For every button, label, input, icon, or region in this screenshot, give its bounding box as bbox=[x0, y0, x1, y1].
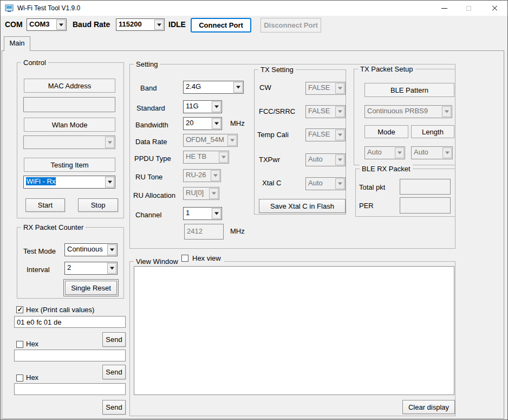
wlan-mode-button[interactable]: Wlan Mode bbox=[24, 118, 115, 132]
cw-select: FALSE bbox=[305, 82, 346, 95]
chevron-down-icon bbox=[442, 147, 452, 158]
bandwidth-value: 20 bbox=[184, 118, 211, 130]
testing-item-value: WiFi - Rx bbox=[26, 177, 56, 185]
mode-select: Auto bbox=[364, 146, 405, 159]
single-reset-button[interactable]: Single Reset bbox=[65, 281, 117, 295]
stop-button[interactable]: Stop bbox=[78, 198, 118, 212]
tx-packet-setup-title: TX Packet Setup bbox=[358, 65, 415, 73]
status-text: IDLE bbox=[168, 20, 186, 29]
hex-view-checkbox[interactable] bbox=[181, 255, 188, 262]
length-value: Auto bbox=[412, 147, 442, 159]
hex-cali-input[interactable] bbox=[14, 316, 126, 328]
ru-allocation-value: RU[0] bbox=[184, 188, 209, 199]
fcc-srrc-select: FALSE bbox=[305, 105, 346, 118]
minimize-button[interactable] bbox=[432, 1, 457, 16]
band-value: 2.4G bbox=[184, 81, 233, 93]
tab-main[interactable]: Main bbox=[4, 36, 30, 51]
bandwidth-unit: MHz bbox=[230, 119, 245, 127]
channel-value: 1 bbox=[184, 208, 211, 219]
chevron-down-icon bbox=[442, 106, 451, 117]
mode-button[interactable]: Mode bbox=[364, 125, 408, 138]
bandwidth-label: Bandwidth bbox=[135, 121, 168, 129]
tab-main-label: Main bbox=[9, 39, 24, 51]
hex-checkbox-2[interactable] bbox=[16, 341, 23, 348]
txpwr-select: Auto bbox=[305, 153, 346, 166]
hex-cali-checkbox[interactable] bbox=[16, 306, 23, 313]
start-button[interactable]: Start bbox=[25, 198, 65, 212]
chevron-down-icon bbox=[154, 20, 164, 30]
view-window-textarea[interactable] bbox=[134, 266, 454, 395]
ppdu-type-value: HE TB bbox=[184, 151, 218, 163]
hex-label-3: Hex bbox=[26, 373, 38, 382]
chevron-down-icon bbox=[105, 177, 114, 188]
send-button-2[interactable]: Send bbox=[102, 365, 126, 379]
total-pkt-label: Total pkt bbox=[359, 183, 385, 191]
test-mode-select[interactable]: Continuous bbox=[64, 243, 118, 256]
band-select[interactable]: 2.4G bbox=[183, 81, 244, 94]
ble-rx-packet-title: BLE RX Packet bbox=[360, 165, 413, 173]
connect-port-button[interactable]: Connect Port bbox=[191, 18, 251, 33]
frequency-unit: MHz bbox=[230, 227, 245, 235]
chevron-down-icon bbox=[219, 152, 228, 163]
chevron-down-icon bbox=[335, 154, 344, 165]
ppdu-type-label: PPDU Type bbox=[134, 154, 171, 163]
length-button[interactable]: Length bbox=[411, 125, 454, 138]
maximize-button bbox=[457, 1, 481, 16]
bandwidth-select[interactable]: 20 bbox=[183, 117, 222, 130]
test-mode-value: Continuous bbox=[65, 244, 107, 256]
data-rate-label: Data Rate bbox=[135, 138, 167, 146]
interval-value: 2 bbox=[65, 262, 107, 274]
rx-packet-counter-title: RX Packet Counter bbox=[21, 223, 86, 231]
hex-input-3[interactable] bbox=[14, 383, 126, 395]
txpwr-label: TXPwr bbox=[259, 156, 280, 164]
hex-input-2[interactable] bbox=[14, 350, 126, 361]
chevron-down-icon bbox=[105, 137, 114, 148]
mac-address-button[interactable]: MAC Address bbox=[24, 79, 115, 93]
send-button-3[interactable]: Send bbox=[102, 400, 126, 415]
ru-allocation-select: RU[0] bbox=[183, 187, 219, 200]
standard-value: 11G bbox=[184, 101, 211, 113]
hex-checkbox-3[interactable] bbox=[16, 374, 23, 382]
baud-rate-select[interactable]: 115200 bbox=[116, 18, 165, 31]
xtal-c-label: Xtal C bbox=[262, 179, 281, 187]
chevron-down-icon bbox=[107, 244, 116, 255]
close-button[interactable] bbox=[481, 1, 508, 16]
frequency-field: 2412 bbox=[184, 224, 224, 240]
testing-item-select[interactable]: WiFi - Rx bbox=[23, 176, 115, 189]
maximize-icon bbox=[466, 6, 471, 11]
fcc-srrc-label: FCC/SRRC bbox=[259, 107, 295, 115]
channel-select[interactable]: 1 bbox=[183, 207, 222, 220]
send-button-1[interactable]: Send bbox=[102, 332, 126, 347]
chevron-down-icon bbox=[335, 178, 344, 189]
xtal-c-value: Auto bbox=[306, 178, 335, 190]
ru-tone-value: RU-26 bbox=[184, 170, 210, 182]
testing-item-button[interactable]: Testing Item bbox=[24, 158, 115, 172]
xtal-c-select: Auto bbox=[305, 177, 346, 190]
com-label: COM bbox=[5, 20, 23, 29]
minimize-icon bbox=[441, 8, 447, 9]
chevron-down-icon bbox=[212, 208, 221, 219]
chevron-down-icon bbox=[209, 188, 218, 199]
mac-address-field bbox=[23, 97, 115, 112]
standard-select[interactable]: 11G bbox=[183, 100, 222, 113]
com-port-select[interactable]: COM3 bbox=[27, 18, 67, 31]
com-port-value: COM3 bbox=[27, 19, 56, 30]
chevron-down-icon bbox=[212, 118, 221, 129]
chevron-down-icon bbox=[395, 147, 404, 158]
temp-cali-select: FALSE bbox=[305, 128, 346, 141]
chevron-down-icon bbox=[227, 135, 237, 146]
ru-allocation-label: RU Allocation bbox=[133, 191, 175, 199]
interval-select[interactable]: 2 bbox=[64, 262, 118, 275]
per-field bbox=[400, 197, 451, 214]
app-icon bbox=[5, 4, 14, 12]
baud-rate-value: 115200 bbox=[116, 19, 154, 30]
per-label: PER bbox=[359, 202, 374, 210]
tx-setting-title: TX Setting bbox=[258, 66, 296, 74]
ble-pattern-select: Continuous PRBS9 bbox=[364, 105, 452, 118]
fcc-srrc-value: FALSE bbox=[306, 106, 335, 118]
save-xtal-button[interactable]: Save Xtal C in Flash bbox=[259, 199, 346, 213]
clear-display-button[interactable]: Clear display bbox=[402, 400, 455, 414]
setting-group-title: Setting bbox=[134, 60, 160, 68]
cw-value: FALSE bbox=[306, 82, 335, 94]
ble-pattern-button[interactable]: BLE Pattern bbox=[364, 83, 454, 97]
